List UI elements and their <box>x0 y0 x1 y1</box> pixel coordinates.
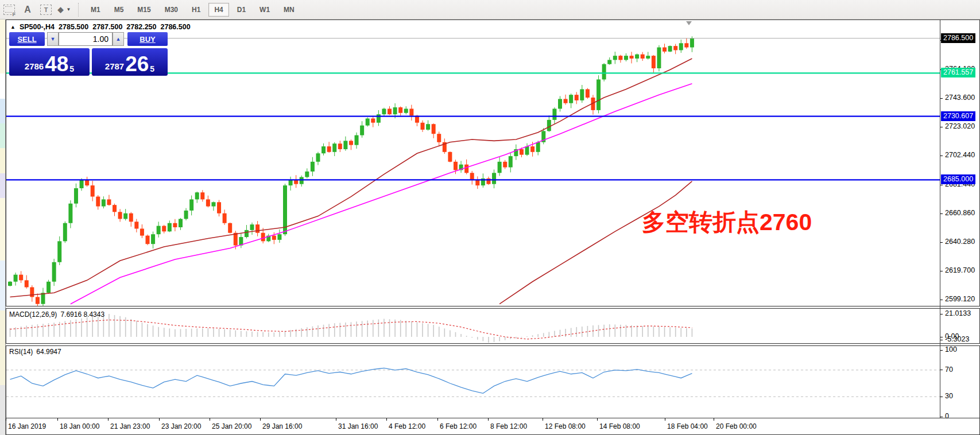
macd-axis-tick <box>940 314 943 314</box>
dropdown-caret-icon[interactable]: ▼ <box>67 7 71 12</box>
sell-button-label: SELL <box>17 35 36 44</box>
price-axis-tick-label: 2723.020 <box>945 122 975 130</box>
time-axis-border <box>6 418 980 418</box>
symbol-period: SP500-,H4 <box>20 23 55 31</box>
macd-name: MACD(12,26,9) <box>9 310 57 319</box>
rsi-axis-tick <box>940 417 943 417</box>
timeframe-button-m1[interactable]: M1 <box>85 3 106 17</box>
timeframe-button-mn[interactable]: MN <box>278 3 300 17</box>
rsi-indicator-panel[interactable] <box>6 345 940 418</box>
price-axis-badge: 2685.000 <box>941 174 975 184</box>
time-axis-label: 16 Jan 2019 <box>8 422 46 430</box>
time-axis-tick <box>597 418 598 421</box>
buy-price-prefix: 2787 <box>105 61 124 71</box>
buy-price-pip: 5 <box>150 64 154 73</box>
macd-values: 7.6916 8.4343 <box>60 310 104 319</box>
volume-input[interactable] <box>59 32 113 46</box>
macd-label: MACD(12,26,9) 7.6916 8.4343 <box>9 310 104 319</box>
time-axis-tick <box>210 418 210 421</box>
shapes-tool-icon[interactable]: ◆ ▼ <box>57 3 71 17</box>
toolbar-separator <box>78 3 79 17</box>
macd-indicator-panel[interactable] <box>6 308 940 343</box>
fibo-grid-glyph: F <box>3 5 15 15</box>
quote-high: 2787.500 <box>92 23 122 31</box>
time-axis-tick <box>386 418 387 421</box>
rsi-axis-label: 100 <box>945 345 957 354</box>
price-axis-tick <box>940 213 943 214</box>
macd-axis-tick <box>940 337 943 337</box>
sell-price-big: 48 <box>45 55 68 73</box>
quote-low: 2782.250 <box>126 23 156 31</box>
price-axis-badge: 2730.607 <box>941 111 975 121</box>
chart-shift-marker-icon <box>686 21 692 25</box>
timeframe-button-h4[interactable]: H4 <box>208 3 228 17</box>
timeframe-group: M1M5M15M30H1H4D1W1MN <box>84 3 301 17</box>
time-axis-label: 25 Jan 20:00 <box>212 422 251 430</box>
text-tool-icon[interactable]: A <box>21 3 34 17</box>
chart-header: ▲ SP500-,H4 2785.500 2787.500 2782.250 2… <box>10 23 191 31</box>
timeframe-button-m5[interactable]: M5 <box>109 3 130 17</box>
fibo-grid-tool-icon[interactable]: F <box>2 3 16 17</box>
rsi-value: 64.9947 <box>36 348 61 356</box>
mt4-window: F A T ◆ ▼ M1M5M15M30H1H4D1W1MN 2784.7602… <box>0 0 980 435</box>
time-axis-tick <box>108 418 109 421</box>
timeframe-button-h1[interactable]: H1 <box>186 3 206 17</box>
price-axis-border <box>940 20 940 418</box>
volume-decrease-button[interactable]: ▼ <box>47 32 59 46</box>
candlesticks-layer <box>8 36 694 306</box>
time-axis-label: 18 Jan 00:00 <box>60 422 99 430</box>
scroll-marker <box>686 21 692 25</box>
buy-price-box[interactable]: 2787 26 5 <box>92 48 168 76</box>
rsi-line <box>10 368 692 393</box>
rsi-axis-tick <box>940 370 943 370</box>
timeframe-button-m30[interactable]: M30 <box>159 3 184 17</box>
rsi-axis-label: 30 <box>945 392 953 400</box>
time-axis-label: 8 Feb 12:00 <box>490 422 527 430</box>
time-axis-label: 4 Feb 12:00 <box>389 422 425 430</box>
text-box-tool-icon[interactable]: T <box>39 3 53 17</box>
volume-increase-button[interactable]: ▲ <box>113 32 124 46</box>
price-axis-tick <box>940 300 943 300</box>
sell-button[interactable]: SELL <box>9 32 45 46</box>
diamond-icon: ◆ <box>58 5 64 14</box>
sell-price-box[interactable]: 2786 48 5 <box>9 48 90 76</box>
sell-price-pip: 5 <box>69 64 74 73</box>
buy-price-big: 26 <box>125 55 149 73</box>
time-axis-label: 29 Jan 16:00 <box>262 422 302 430</box>
price-axis-tick-label: 2599.120 <box>945 295 975 303</box>
macd-axis-label: 21.0133 <box>945 309 971 317</box>
grid-lines <box>5 6 12 13</box>
price-axis-tick-label: 2660.860 <box>945 209 975 217</box>
sell-price-prefix: 2786 <box>25 61 44 71</box>
time-axis-label: 20 Feb 00:00 <box>716 422 757 430</box>
timeframe-button-w1[interactable]: W1 <box>254 3 276 17</box>
price-axis-tick-label: 2743.600 <box>945 94 975 102</box>
text-box-label: T <box>44 6 48 13</box>
time-axis-label: 14 Feb 08:00 <box>599 422 640 430</box>
time-axis-label: 6 Feb 12:00 <box>440 422 477 430</box>
macd-axis-tick <box>940 340 943 340</box>
toolbar: F A T ◆ ▼ M1M5M15M30H1H4D1W1MN <box>0 0 980 20</box>
price-axis-badge: 2786.500 <box>941 33 975 43</box>
price-axis-tick-label: 2702.440 <box>945 151 975 159</box>
chart-text-annotation: 多空转折点2760 <box>642 207 812 238</box>
time-axis-tick <box>665 418 665 421</box>
background-window-sliver <box>0 20 6 435</box>
price-axis-tick <box>940 127 943 127</box>
time-axis-label: 31 Jan 16:00 <box>338 422 378 430</box>
price-axis-tick <box>940 98 943 99</box>
rsi-label: RSI(14) 64.9947 <box>9 348 61 356</box>
time-axis-tick <box>57 418 58 421</box>
ma-fast-line <box>10 59 692 297</box>
price-axis-tick <box>940 242 943 243</box>
time-axis-tick <box>543 418 543 421</box>
symbol-marker-icon: ▲ <box>10 24 16 30</box>
macd-histogram <box>10 314 692 343</box>
buy-button[interactable]: BUY <box>127 32 168 46</box>
time-axis-label: 18 Feb 04:00 <box>667 422 708 430</box>
price-axis-tick-label: 2619.700 <box>945 266 975 274</box>
time-axis-label: 21 Jan 23:00 <box>110 422 150 430</box>
timeframe-button-m15[interactable]: M15 <box>131 3 156 17</box>
time-axis-tick <box>260 418 261 421</box>
timeframe-button-d1[interactable]: D1 <box>231 3 251 17</box>
